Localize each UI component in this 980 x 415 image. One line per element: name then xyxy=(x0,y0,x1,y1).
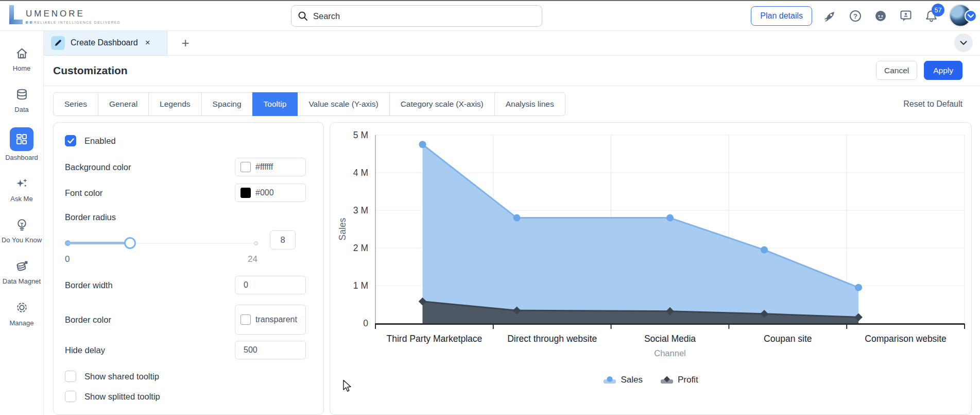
sidebar-item-home[interactable]: Home xyxy=(0,44,44,73)
chevron-down-icon[interactable] xyxy=(965,10,977,22)
svg-text:Channel: Channel xyxy=(654,348,685,358)
svg-text:Comparison website: Comparison website xyxy=(865,334,947,344)
svg-text:2 M: 2 M xyxy=(353,243,368,253)
help-icon[interactable]: ? xyxy=(848,9,863,23)
legend-item-profit[interactable]: Profit xyxy=(660,375,698,385)
reset-to-default-link[interactable]: Reset to Default xyxy=(903,99,962,109)
border-color-value[interactable]: transparent xyxy=(255,314,300,325)
sidebar-item-data[interactable]: Data xyxy=(0,86,44,114)
edit-pencil-icon xyxy=(51,36,65,50)
tab-create-dashboard[interactable]: Create Dashboard × xyxy=(44,31,167,55)
cancel-button[interactable]: Cancel xyxy=(876,61,917,80)
tab-label: Create Dashboard xyxy=(71,38,138,47)
topbar: UMENORE RELIABLE INTELLIGENCE DELIVERED … xyxy=(0,1,980,31)
border-radius-value-input[interactable] xyxy=(270,230,296,250)
hide-delay-label: Hide delay xyxy=(65,345,105,355)
slider-track-empty[interactable] xyxy=(130,243,256,244)
tab-close-icon[interactable]: × xyxy=(145,38,150,48)
apply-button[interactable]: Apply xyxy=(924,61,962,80)
slider-handle[interactable] xyxy=(124,237,136,249)
background-color-input[interactable] xyxy=(235,158,306,176)
font-color-swatch[interactable] xyxy=(240,188,251,198)
svg-text:?: ? xyxy=(853,12,857,20)
sidebar-item-manage[interactable]: Manage xyxy=(0,299,44,327)
border-radius-label: Border radius xyxy=(65,212,312,222)
sidebar-item-do-you-know[interactable]: Do You Know xyxy=(0,216,44,244)
data-magnet-icon xyxy=(15,259,29,273)
show-splitted-tooltip-checkbox[interactable] xyxy=(65,391,76,402)
tab-value-scale[interactable]: Value scale (Y-axis) xyxy=(297,92,389,116)
slider-end-dot xyxy=(254,241,258,245)
border-radius-slider: 0 24 xyxy=(65,226,312,264)
svg-text:4 M: 4 M xyxy=(353,168,368,178)
border-color-input[interactable]: transparent xyxy=(235,305,306,335)
border-color-label: Border color xyxy=(65,315,111,325)
border-width-label: Border width xyxy=(65,280,113,290)
enabled-checkbox[interactable] xyxy=(65,135,76,146)
global-search[interactable] xyxy=(291,5,542,27)
home-icon xyxy=(15,46,29,60)
user-menu[interactable] xyxy=(949,4,973,28)
logo-mark xyxy=(9,5,16,26)
show-splitted-tooltip-label: Show splitted tooltip xyxy=(84,392,160,402)
profit-legend-marker-icon xyxy=(660,376,674,384)
slider-max-label: 24 xyxy=(248,254,257,264)
area-chart[interactable]: 01 M2 M3 M4 M5 MSalesThird Party Marketp… xyxy=(330,123,971,408)
show-shared-tooltip-checkbox[interactable] xyxy=(65,371,76,382)
sidebar: Home Data Dashboard Ask Me xyxy=(0,31,44,415)
svg-text:Third Party Marketplace: Third Party Marketplace xyxy=(387,334,483,344)
sidebar-item-data-magnet[interactable]: Data Magnet xyxy=(0,257,44,286)
customization-tabs: Series General Legends Spacing Tooltip V… xyxy=(44,86,980,122)
tab-category-scale[interactable]: Category scale (X-axis) xyxy=(389,92,495,116)
tab-legends[interactable]: Legends xyxy=(148,92,201,116)
sparkles-icon xyxy=(15,176,29,190)
tab-spacing[interactable]: Spacing xyxy=(201,92,253,116)
notification-count-badge: 57 xyxy=(932,4,944,16)
sidebar-item-dashboard[interactable]: Dashboard xyxy=(0,127,44,162)
assistant-bot-icon[interactable] xyxy=(873,9,888,23)
feedback-icon[interactable] xyxy=(899,9,913,23)
background-color-label: Background color xyxy=(65,162,131,172)
add-tab-button[interactable]: + xyxy=(167,31,203,55)
svg-text:Coupan site: Coupan site xyxy=(764,334,812,344)
dashboard-tabbar: Create Dashboard × + xyxy=(44,31,980,56)
svg-text:Direct through website: Direct through website xyxy=(507,334,597,344)
search-input[interactable] xyxy=(313,11,536,21)
lumenore-logo[interactable]: UMENORE RELIABLE INTELLIGENCE DELIVERED xyxy=(9,5,121,26)
border-color-swatch[interactable] xyxy=(240,314,251,325)
logo-tagline: RELIABLE INTELLIGENCE DELIVERED xyxy=(26,21,121,24)
svg-text:3 M: 3 M xyxy=(353,205,368,215)
tab-series[interactable]: Series xyxy=(53,92,98,116)
notifications-bell[interactable]: 57 xyxy=(924,9,938,23)
svg-text:1 M: 1 M xyxy=(353,280,368,291)
customization-header: Customization Cancel Apply xyxy=(44,56,980,86)
sales-legend-marker-icon xyxy=(603,376,616,384)
border-width-input[interactable] xyxy=(235,276,306,294)
font-color-input[interactable] xyxy=(235,184,306,202)
sidebar-item-ask-me[interactable]: Ask Me xyxy=(0,175,44,203)
tooltip-settings-panel: Enabled Background color Font color xyxy=(53,122,324,415)
font-color-value[interactable] xyxy=(255,188,300,197)
search-icon xyxy=(298,11,308,21)
slider-track-filled[interactable] xyxy=(66,242,130,244)
tab-analysis-lines[interactable]: Analysis lines xyxy=(494,92,565,116)
tabbar-chevron-down-icon[interactable] xyxy=(954,34,973,52)
tab-general[interactable]: General xyxy=(98,92,149,116)
svg-text:Social Media: Social Media xyxy=(644,334,696,344)
page-title: Customization xyxy=(53,64,128,77)
background-color-swatch[interactable] xyxy=(240,162,251,172)
plan-details-button[interactable]: Plan details xyxy=(751,6,812,26)
hide-delay-input[interactable] xyxy=(235,341,306,359)
lightbulb-icon xyxy=(15,218,29,232)
background-color-value[interactable] xyxy=(255,162,300,172)
legend-item-sales[interactable]: Sales xyxy=(603,375,643,385)
hide-delay-value[interactable] xyxy=(240,345,300,355)
svg-text:Sales: Sales xyxy=(337,218,348,240)
logo-name: UMENORE xyxy=(26,9,121,19)
tab-tooltip[interactable]: Tooltip xyxy=(252,92,298,116)
slider-min-label: 0 xyxy=(65,254,70,264)
whats-new-rocket-icon[interactable] xyxy=(823,9,837,23)
svg-text:0: 0 xyxy=(363,318,368,328)
border-width-value[interactable] xyxy=(240,280,300,290)
show-shared-tooltip-label: Show shared tooltip xyxy=(84,372,159,381)
